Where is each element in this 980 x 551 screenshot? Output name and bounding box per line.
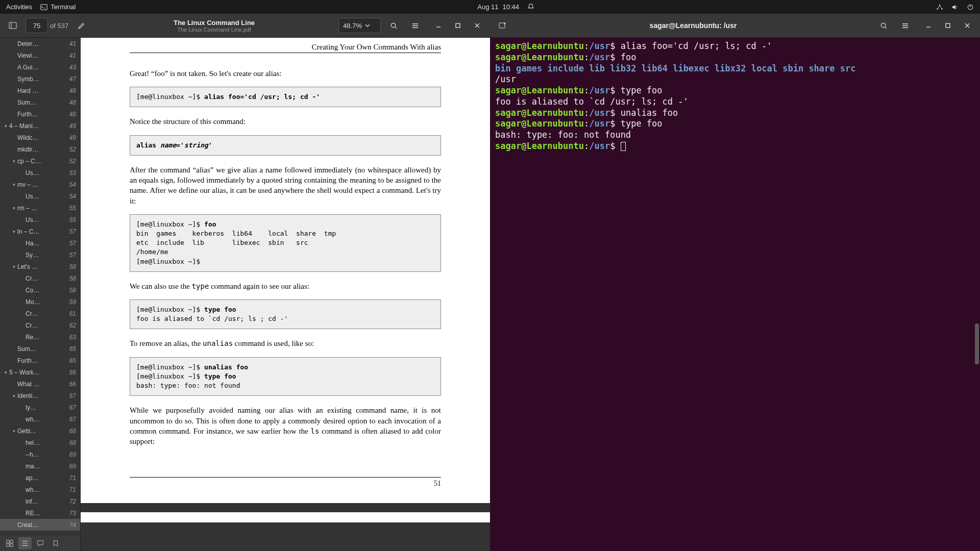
close-button[interactable] [959, 17, 976, 34]
minimize-button[interactable] [430, 17, 447, 34]
outline-item[interactable]: Re…63 [0, 331, 80, 343]
terminal-search-button[interactable] [875, 17, 892, 34]
chevron-down-icon[interactable]: ▾ [10, 229, 17, 234]
menu-button[interactable] [406, 17, 424, 34]
network-icon[interactable] [936, 4, 943, 11]
chevron-down-icon[interactable]: ▾ [2, 123, 9, 129]
thumbnails-view-button[interactable] [3, 537, 16, 549]
outline-item[interactable]: What …66 [0, 378, 80, 390]
outline-item[interactable]: Hard …48 [0, 85, 80, 96]
outline-item[interactable]: ap…71 [0, 472, 80, 484]
terminal-menu-button[interactable] [896, 17, 914, 34]
outline-page: 58 [69, 287, 76, 294]
outline-item[interactable]: ▾ln – C…57 [0, 226, 80, 237]
document-filename: The Linux Command Line.pdf [94, 27, 334, 33]
outline-item[interactable]: ▾rm – …55 [0, 202, 80, 214]
outline-item[interactable]: wh…67 [0, 413, 80, 425]
chevron-down-icon[interactable]: ▾ [10, 206, 17, 211]
outline-item[interactable]: Mo…59 [0, 296, 80, 308]
minimize-button[interactable] [920, 17, 937, 34]
outline-item[interactable]: Sum…65 [0, 343, 80, 355]
outline-page: 66 [69, 369, 76, 376]
current-app[interactable]: Terminal [40, 3, 76, 11]
outline-item[interactable]: ▾Let's …58 [0, 261, 80, 272]
outline-item[interactable]: RE…73 [0, 507, 80, 519]
outline-item[interactable]: Sy…57 [0, 249, 80, 261]
terminal-line: sagar@Learnubuntu:/usr$ foo [495, 52, 975, 63]
outline-item[interactable]: wh…71 [0, 484, 80, 495]
outline-item[interactable]: --h…69 [0, 448, 80, 460]
zoom-select[interactable]: 48.7% [338, 18, 381, 33]
new-tab-icon [499, 21, 507, 30]
outline-item[interactable]: ty…67 [0, 402, 80, 413]
outline-item[interactable]: ma…69 [0, 460, 80, 472]
outline-item[interactable]: Furth…48 [0, 108, 80, 120]
chevron-down-icon[interactable]: ▾ [10, 429, 17, 434]
outline-item[interactable]: Co…58 [0, 284, 80, 296]
annotate-button[interactable] [72, 17, 90, 34]
outline-item[interactable]: Cr…62 [0, 319, 80, 331]
pdf-page: Creating Your Own Commands With alias Gr… [81, 38, 490, 503]
outline-item[interactable]: A Gui…43 [0, 61, 80, 73]
outline-item[interactable]: ▾Getti…68 [0, 425, 80, 437]
outline-item[interactable]: Deter…41 [0, 38, 80, 49]
close-button[interactable] [469, 17, 486, 34]
gnome-topbar: Activities Terminal Aug 11 10:44 [0, 0, 980, 14]
notification-icon [527, 3, 534, 10]
new-tab-button[interactable] [494, 17, 511, 34]
power-icon[interactable] [967, 4, 974, 11]
terminal-scrollbar[interactable] [974, 38, 979, 551]
chevron-down-icon[interactable]: ▾ [10, 393, 17, 398]
outline-item[interactable]: Cr…58 [0, 272, 80, 284]
outline-item[interactable]: Furth…65 [0, 355, 80, 366]
page-input[interactable] [26, 18, 48, 33]
outline-page: 52 [69, 146, 76, 153]
directory-entry: share [808, 63, 835, 73]
outline-item[interactable]: Us…54 [0, 190, 80, 202]
outline-item[interactable]: Us…55 [0, 214, 80, 226]
outline-item[interactable]: Cr…61 [0, 308, 80, 319]
chevron-down-icon[interactable]: ▾ [10, 159, 17, 164]
terminal-line: foo is aliased to `cd /usr; ls; cd -' [495, 96, 975, 108]
outline-item[interactable]: mkdir…52 [0, 143, 80, 155]
page-view[interactable]: Creating Your Own Commands With alias Gr… [81, 38, 490, 551]
chevron-down-icon[interactable]: ▾ [2, 370, 9, 375]
outline-label: mv – … [17, 181, 69, 188]
outline-item[interactable]: Creat…74 [0, 519, 80, 531]
sidebar-icon [9, 21, 17, 30]
scrollbar-thumb[interactable] [975, 323, 979, 364]
outline-item[interactable]: ▾cp – C…52 [0, 155, 80, 167]
outline-item[interactable]: Symb…47 [0, 73, 80, 85]
outline-item[interactable]: Wildc…49 [0, 132, 80, 143]
outline-view-button[interactable] [18, 537, 32, 549]
outline-item[interactable]: ▾Identi…67 [0, 390, 80, 402]
terminal-line: sagar@Learnubuntu:/usr$ type foo [495, 118, 975, 130]
outline-item[interactable]: hel…68 [0, 437, 80, 448]
sidebar-toggle-button[interactable] [4, 17, 21, 34]
directory-entry: local [751, 63, 777, 73]
outline-item[interactable]: Ha…57 [0, 237, 80, 249]
terminal-body[interactable]: sagar@Learnubuntu:/usr$ alias foo='cd /u… [490, 38, 980, 551]
code-block: [me@linuxbox ~]$ alias foo='cd /usr; ls;… [130, 87, 441, 107]
clock[interactable]: Aug 11 10:44 [76, 3, 936, 11]
outline-item[interactable]: ▾4 – Mani…49 [0, 120, 80, 132]
maximize-button[interactable] [939, 17, 957, 34]
annotations-view-button[interactable] [34, 537, 47, 549]
bookmarks-view-button[interactable] [49, 537, 62, 549]
outline-item[interactable]: ▾5 – Work…66 [0, 366, 80, 378]
volume-icon[interactable] [951, 4, 959, 11]
search-button[interactable] [385, 17, 402, 34]
maximize-button[interactable] [449, 17, 467, 34]
outline-list[interactable]: Deter…41Viewi…41A Gui…43Symb…47Hard …48S… [0, 38, 80, 535]
time-label: 10:44 [503, 3, 520, 11]
outline-page: 68 [69, 439, 76, 446]
chevron-down-icon[interactable]: ▾ [10, 264, 17, 269]
chevron-down-icon[interactable]: ▾ [10, 182, 17, 187]
outline-item[interactable]: Us…53 [0, 167, 80, 179]
activities-button[interactable]: Activities [6, 3, 32, 11]
outline-item[interactable]: inf…72 [0, 495, 80, 507]
outline-label: hel… [26, 439, 69, 446]
outline-item[interactable]: ▾mv – …54 [0, 179, 80, 190]
outline-item[interactable]: Sum…48 [0, 96, 80, 108]
outline-item[interactable]: Viewi…41 [0, 49, 80, 61]
